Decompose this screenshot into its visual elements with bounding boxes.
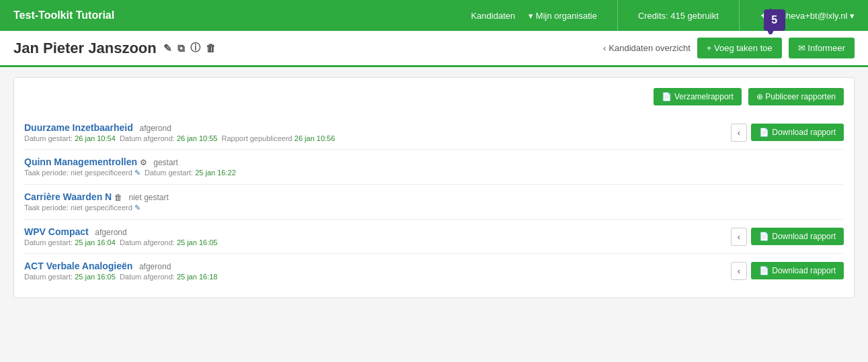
navbar-credits: Credits: 415 gebruikt [638,11,719,21]
nav-mijn-organisatie[interactable]: ▾ Mijn organisatie [528,11,597,21]
task-left-4: WPV Compact afgerond Datum gestart: 25 j… [24,226,217,246]
voeg-taken-toe-container: + Voeg taken toe 5 [697,38,782,58]
table-row: Carrière Waarden N 🗑 niet gestart Taak p… [24,185,844,220]
trash-icon[interactable]: 🗑 [206,42,216,54]
task-left-3: Carrière Waarden N 🗑 niet gestart Taak p… [24,191,169,212]
table-row: ACT Verbale Analogieën afgerond Datum ge… [24,254,844,287]
trash-icon-3[interactable]: 🗑 [114,193,122,202]
task-right-4: ‹ 📄 Download rapport [731,228,844,246]
chevron-left-icon-1: ‹ [738,128,740,138]
sub-header: Jan Pieter Janszoon ✎ ⧉ ⓘ 🗑 ‹ Kandidaten… [0,31,868,67]
task-title-5: ACT Verbale Analogieën afgerond [24,261,217,271]
task-title-2: Quinn Managementrollen ⚙ gestart [24,156,236,167]
content-card: 📄 Verzamelrapport ⊕ Publiceer rapporten … [13,77,855,298]
candidate-name: Jan Pieter Janszoon [13,40,157,57]
task-title-1: Duurzame Inzetbaarheid afgerond [24,122,335,133]
chevron-left-button-4[interactable]: ‹ [731,228,747,246]
nav-kandidaten[interactable]: Kandidaten [471,11,515,21]
info-icon[interactable]: ⓘ [190,42,200,54]
table-row: Duurzame Inzetbaarheid afgerond Datum ge… [24,116,844,150]
informeer-button[interactable]: ✉ Informeer [789,38,855,58]
navbar-divider [617,0,618,31]
download-rapport-button-1[interactable]: 📄 Download rapport [751,124,844,141]
edit-icon[interactable]: ✎ [163,42,172,54]
navbar-links: Kandidaten ▾ Mijn organisatie Credits: 4… [471,0,855,31]
download-file-icon-5: 📄 [759,266,769,275]
table-row: Quinn Managementrollen ⚙ gestart Taak pe… [24,150,844,185]
verzamelrapport-button[interactable]: 📄 Verzamelrapport [654,88,742,105]
task-left-5: ACT Verbale Analogieën afgerond Datum ge… [24,261,217,281]
candidate-name-area: Jan Pieter Janszoon ✎ ⧉ ⓘ 🗑 [13,40,216,57]
edit-period-icon-2[interactable]: ✎ [134,169,141,177]
navbar-brand: Test-Toolkit Tutorial [13,9,471,21]
download-label-4: Download rapport [772,232,836,241]
download-label-1: Download rapport [772,128,836,137]
file-icon: 📄 [662,92,672,101]
back-arrow-icon: ‹ [603,43,606,53]
copy-icon[interactable]: ⧉ [177,42,185,54]
edit-period-icon-3[interactable]: ✎ [134,203,141,212]
navbar: Test-Toolkit Tutorial Kandidaten ▾ Mijn … [0,0,868,31]
back-link-label: Kandidaten overzicht [608,43,690,53]
verzamelrapport-label: Verzamelrapport [674,92,734,101]
voeg-taken-toe-button[interactable]: + Voeg taken toe [697,38,782,58]
task-left-2: Quinn Managementrollen ⚙ gestart Taak pe… [24,156,236,177]
chevron-left-icon-4: ‹ [738,232,740,242]
task-left-1: Duurzame Inzetbaarheid afgerond Datum ge… [24,122,335,142]
chevron-left-button-5[interactable]: ‹ [731,262,747,280]
chevron-left-icon-5: ‹ [738,266,740,276]
navbar-divider-2 [739,0,740,31]
table-row: WPV Compact afgerond Datum gestart: 25 j… [24,220,844,254]
download-label-5: Download rapport [772,266,836,275]
task-title-3: Carrière Waarden N 🗑 niet gestart [24,191,169,202]
download-rapport-button-5[interactable]: 📄 Download rapport [751,262,844,279]
tooltip-number: 5 [771,14,777,26]
download-file-icon-1: 📄 [759,128,769,137]
download-rapport-button-4[interactable]: 📄 Download rapport [751,228,844,245]
publiceer-label: ⊕ Publiceer rapporten [756,92,836,101]
back-link[interactable]: ‹ Kandidaten overzicht [603,43,691,53]
publiceer-rapporten-button[interactable]: ⊕ Publiceer rapporten [748,88,844,105]
sub-header-right: ‹ Kandidaten overzicht + Voeg taken toe … [603,38,855,58]
candidate-icons: ✎ ⧉ ⓘ 🗑 [163,42,216,54]
task-right-5: ‹ 📄 Download rapport [731,262,844,280]
tooltip-badge: 5 [764,9,785,31]
main-content: 📄 Verzamelrapport ⊕ Publiceer rapporten … [0,67,868,308]
download-file-icon-4: 📄 [759,232,769,241]
task-right-1: ‹ 📄 Download rapport [731,124,844,142]
cog-icon-2[interactable]: ⚙ [140,158,147,167]
card-top-actions: 📄 Verzamelrapport ⊕ Publiceer rapporten [24,88,844,105]
task-title-4: WPV Compact afgerond [24,226,217,237]
chevron-left-button-1[interactable]: ‹ [731,124,747,142]
